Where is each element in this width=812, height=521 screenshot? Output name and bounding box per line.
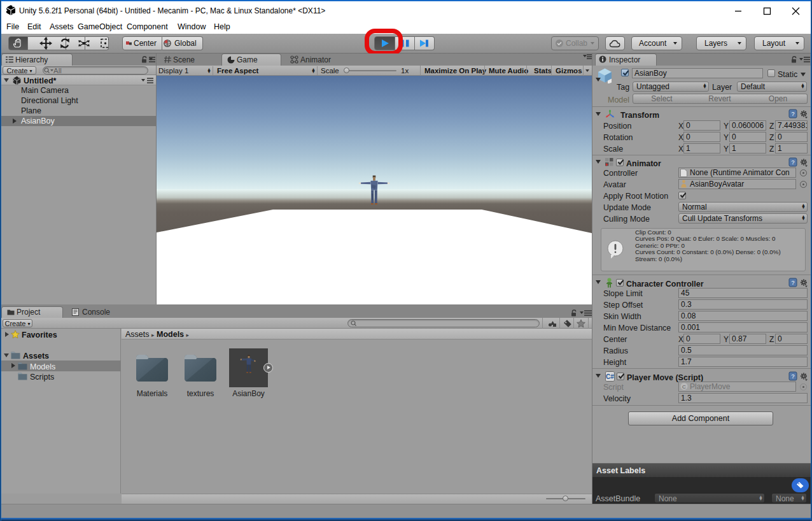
svg-text:C#: C# [606, 373, 614, 380]
svg-text:?: ? [791, 111, 794, 117]
svg-text:?: ? [791, 280, 794, 286]
svg-text:C: C [682, 384, 686, 390]
svg-text:?: ? [791, 159, 794, 166]
svg-text:?: ? [791, 373, 794, 380]
